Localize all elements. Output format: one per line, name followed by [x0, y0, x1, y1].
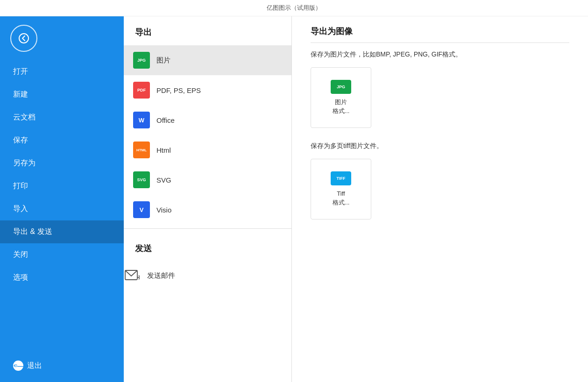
sidebar-item-exit[interactable]: — 退出 [0, 354, 124, 377]
right-divider [311, 42, 569, 43]
back-button[interactable] [10, 25, 37, 52]
tiff-format-card[interactable]: TIFF Tiff 格式... [311, 159, 371, 219]
jpg-format-card[interactable]: JPG 图片 格式... [311, 67, 371, 128]
svg-rect-1 [14, 365, 16, 366]
middle-panel: 导出 JPG 图片 PDF PDF, PS, EPS W Office HTML… [124, 16, 292, 382]
sidebar-item-open[interactable]: 打开 [0, 60, 124, 83]
menu-item-visio[interactable]: V Visio [124, 195, 291, 225]
menu-item-svg[interactable]: SVG SVG [124, 165, 291, 195]
send-section-title: 发送 [124, 233, 291, 262]
right-panel: 导出为图像 保存为图片文件，比如BMP, JPEG, PNG, GIF格式。 J… [292, 16, 588, 382]
html-icon: HTML [133, 141, 150, 158]
tiff-desc: 保存为多页tiff图片文件。 [311, 142, 569, 150]
visio-icon: V [133, 201, 150, 218]
title-bar: 亿图图示（试用版） [0, 0, 588, 16]
menu-item-office[interactable]: W Office [124, 105, 291, 135]
menu-item-image[interactable]: JPG 图片 [124, 45, 291, 75]
sidebar-item-options[interactable]: 选项 [0, 266, 124, 289]
export-section-title: 导出 [124, 16, 291, 45]
image-format-cards: JPG 图片 格式... [311, 67, 569, 128]
sidebar: 打开 新建 云文档 保存 另存为 打印 导入 导出 & 发送 关闭 选项 [0, 16, 124, 382]
sidebar-item-save[interactable]: 保存 [0, 129, 124, 152]
svg-point-0 [19, 34, 28, 43]
title-text: 亿图图示（试用版） [267, 4, 321, 11]
card-tiff-icon: TIFF [331, 171, 351, 185]
tiff-format-cards: TIFF Tiff 格式... [311, 159, 569, 219]
card-jpg-icon: JPG [331, 80, 351, 94]
word-icon: W [133, 112, 150, 128]
sidebar-item-import[interactable]: 导入 [0, 198, 124, 220]
menu-item-html[interactable]: HTML Html [124, 135, 291, 165]
right-title: 导出为图像 [311, 26, 569, 37]
sidebar-item-saveas[interactable]: 另存为 [0, 152, 124, 175]
sidebar-item-new[interactable]: 新建 [0, 83, 124, 106]
sidebar-item-close[interactable]: 关闭 [0, 243, 124, 266]
divider [124, 228, 291, 229]
svg-icon: SVG [133, 171, 150, 188]
email-icon [124, 267, 141, 284]
menu-item-email[interactable]: 发送邮件 [124, 262, 291, 290]
menu-item-pdf[interactable]: PDF PDF, PS, EPS [124, 75, 291, 105]
pdf-icon: PDF [133, 82, 150, 99]
card-tiff-label: Tiff 格式... [333, 189, 350, 207]
image-desc: 保存为图片文件，比如BMP, JPEG, PNG, GIF格式。 [311, 50, 569, 59]
jpg-icon: JPG [133, 52, 150, 69]
sidebar-item-cloud[interactable]: 云文档 [0, 106, 124, 129]
card-jpg-label: 图片 格式... [333, 98, 350, 116]
sidebar-item-print[interactable]: 打印 [0, 175, 124, 198]
sidebar-item-export[interactable]: 导出 & 发送 [0, 220, 124, 243]
exit-icon: — [13, 361, 23, 371]
main-content: 打开 新建 云文档 保存 另存为 打印 导入 导出 & 发送 关闭 选项 [0, 16, 588, 382]
